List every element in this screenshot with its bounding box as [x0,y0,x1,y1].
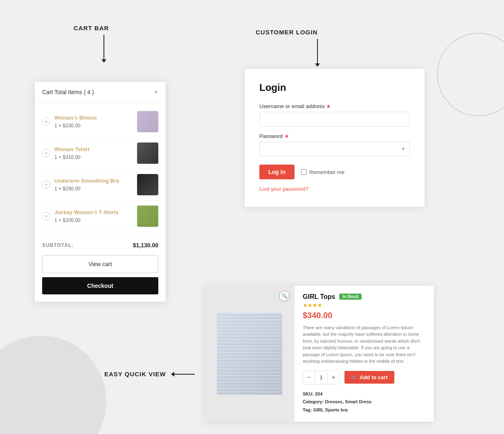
cart-item-info: Underarm Smoothing Bra 1 × $290.00 [54,178,133,192]
cart-item: × Jockey Women's T-Shirts 1 × $200.00 [35,201,166,232]
quantity-increase-button[interactable]: + [328,371,339,384]
remove-item-button[interactable]: × [42,149,50,157]
quickview-arrow [171,372,195,377]
cart-header: Cart Total Items ( 4 ) × [35,82,166,103]
customer-login-section-label: CUSTOMER LOGIN [256,29,317,36]
tag-label: Tag: [303,407,312,412]
cart-item-image [137,206,158,227]
password-label: Password ★ [259,133,410,139]
remember-me-label: Remember me [309,169,344,175]
category-value: Dresses, Smart Dress [325,399,371,404]
cart-item-qty: 1 × $310.00 [54,154,81,160]
remove-item-button[interactable]: × [42,118,50,126]
password-input[interactable] [259,142,410,156]
quantity-input[interactable] [315,371,328,384]
cart-action-buttons: View cart Checkout [35,255,166,302]
cart-bar-section-label: CART BAR [74,25,109,32]
cart-item-image [137,142,158,164]
cart-title: Cart Total Items ( 4 ) [42,89,94,95]
cart-item-qty: 1 × $290.00 [54,186,81,192]
required-indicator: ★ [284,133,289,139]
cart-item-qty: 1 × $330.00 [54,123,81,129]
remove-item-button[interactable]: × [42,181,50,189]
username-form-group: Username or email address ★ [259,103,410,127]
cart-item-name: Woman Tshirt [54,146,133,152]
login-button[interactable]: Log in [259,165,295,179]
login-arrow [315,39,320,67]
product-meta: SKU: 204 Category: Dresses, Smart Dress … [303,390,425,414]
easy-quickview-section-label: EASY QUCIK VIEW [104,371,195,377]
product-rating-stars: ★★★★ [303,302,425,308]
subtotal-value: $1,130.00 [133,242,158,249]
login-title: Login [259,82,410,93]
username-input[interactable] [259,112,410,127]
checkout-button[interactable]: Checkout [42,277,158,294]
username-label: Username or email address ★ [259,103,410,109]
remember-me-checkbox[interactable] [301,169,307,175]
cart-item-image [137,174,158,195]
tag-value: GIRL Sports bra [313,407,347,412]
password-toggle-icon[interactable]: ▼ [401,146,406,152]
cart-item-name: Woman's Blouse [54,115,133,121]
cart-item: × Woman Tshirt 1 × $310.00 [35,138,166,169]
view-cart-button[interactable]: View cart [42,255,158,273]
product-tag: Tag: GIRL Sports bra [303,406,425,414]
product-description: There are many variations of passages of… [303,324,425,365]
sku-label: SKU: [303,391,314,396]
product-sku: SKU: 204 [303,390,425,398]
cart-subtotal: SUBTOTAL: $1,130.00 [35,235,166,255]
cart-bar-arrow [101,35,106,63]
cart-icon: 🛒 [351,375,357,380]
stock-badge: In Stock [339,294,362,300]
cart-panel: Cart Total Items ( 4 ) × × Woman's Blous… [35,82,166,302]
zoom-icon[interactable]: 🔍 [279,291,290,301]
product-price: $340.00 [303,311,425,320]
quantity-decrease-button[interactable]: − [303,371,315,384]
cart-items-list: × Woman's Blouse 1 × $330.00 × Woman Tsh… [35,103,166,235]
product-brand-row: GIRL Tops In Stock [303,293,425,301]
cart-item-info: Woman Tshirt 1 × $310.00 [54,146,133,160]
cart-item: × Underarm Smoothing Bra 1 × $290.00 [35,169,166,201]
product-category: Category: Dresses, Smart Dress [303,398,425,406]
required-indicator: ★ [326,103,331,109]
password-wrapper: ▼ [259,142,410,156]
password-form-group: Password ★ ▼ [259,133,410,156]
sku-value: 204 [315,391,322,396]
cart-item-qty: 1 × $200.00 [54,217,81,223]
cart-item-info: Woman's Blouse 1 × $330.00 [54,115,133,129]
quickview-product-image [217,313,282,395]
quickview-panel: 🔍 GIRL Tops In Stock ★★★★ $340.00 There … [205,286,434,422]
cart-close-button[interactable]: × [154,88,158,96]
remember-me-group: Remember me [301,169,344,175]
lost-password-link[interactable]: Lost your password? [259,186,410,192]
cart-item-name: Underarm Smoothing Bra [54,178,133,184]
quickview-product-info: GIRL Tops In Stock ★★★★ $340.00 There ar… [295,286,434,422]
quickview-image-section: 🔍 [205,286,295,422]
login-actions: Log in Remember me [259,165,410,179]
product-brand-name: GIRL Tops [303,293,335,301]
quantity-controls: − + [303,371,340,384]
quantity-row: − + 🛒 Add to cart [303,371,425,384]
remove-item-button[interactable]: × [42,212,50,220]
subtotal-label: SUBTOTAL: [42,242,74,248]
cart-item-image [137,111,158,132]
cart-item-info: Jockey Women's T-Shirts 1 × $200.00 [54,209,133,224]
add-to-cart-button[interactable]: 🛒 Add to cart [344,371,394,384]
category-label: Category: [303,399,324,404]
cart-item-name: Jockey Women's T-Shirts [54,209,133,215]
cart-item: × Woman's Blouse 1 × $330.00 [35,106,166,138]
login-panel: Login Username or email address ★ Passwo… [245,69,425,207]
